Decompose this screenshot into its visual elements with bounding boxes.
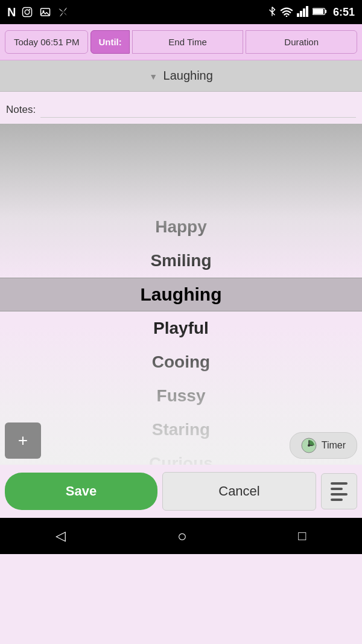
timer-button[interactable]: Timer <box>290 432 357 459</box>
notes-label: Notes: <box>6 104 36 116</box>
selected-mood-bar: Laughing <box>0 60 362 92</box>
svg-rect-11 <box>313 8 323 14</box>
tab-bar: Today 06:51 PM Until: End Time Duration <box>0 24 362 60</box>
mood-item-laughing[interactable]: Laughing <box>0 278 362 311</box>
list-line-1 <box>331 482 348 485</box>
svg-point-5 <box>286 15 288 16</box>
timer-label: Timer <box>322 440 346 451</box>
time-display: 6:51 <box>333 6 355 19</box>
instagram-icon <box>21 5 34 19</box>
mood-item-smiling[interactable]: Smiling <box>0 244 362 278</box>
status-right-icons: 6:51 <box>268 6 355 19</box>
mood-item-playful[interactable]: Playful <box>0 311 362 345</box>
mood-list: Happy Smiling Laughing Playful Cooing Fu… <box>0 124 362 465</box>
n-icon: N <box>7 5 16 19</box>
mood-picker-wrapper: Happy Smiling Laughing Playful Cooing Fu… <box>0 124 362 465</box>
action-bar: Save Cancel <box>0 465 362 518</box>
mood-picker[interactable]: Happy Smiling Laughing Playful Cooing Fu… <box>0 124 362 465</box>
notes-input[interactable] <box>40 101 356 118</box>
svg-rect-9 <box>306 6 308 17</box>
list-icon <box>331 482 348 501</box>
selected-mood-label: Laughing <box>164 69 213 82</box>
nav-bar: ◁ ○ □ <box>0 518 362 554</box>
list-line-4 <box>331 499 343 501</box>
status-bar: N 6:51 <box>0 0 362 24</box>
wifi-icon <box>280 6 293 19</box>
tab-until-button[interactable]: Until: <box>91 30 129 54</box>
add-button[interactable]: + <box>5 422 41 459</box>
notes-section: Notes: <box>0 92 362 124</box>
bluetooth-icon <box>268 6 276 19</box>
mood-item-cooing[interactable]: Cooing <box>0 345 362 379</box>
tab-duration-button[interactable]: Duration <box>246 30 357 54</box>
photo-icon <box>39 5 52 19</box>
cancel-button[interactable]: Cancel <box>162 472 316 511</box>
mood-item-fussy[interactable]: Fussy <box>0 379 362 413</box>
tab-endtime-button[interactable]: End Time <box>132 30 244 54</box>
svg-rect-8 <box>303 8 305 17</box>
svg-rect-12 <box>325 10 327 13</box>
nav-home-icon[interactable]: ○ <box>177 527 187 546</box>
svg-point-1 <box>25 10 30 14</box>
svg-point-2 <box>29 9 30 10</box>
svg-rect-0 <box>23 8 32 17</box>
battery-icon <box>313 7 327 18</box>
status-left-icons: N <box>7 5 70 19</box>
mood-item-happy[interactable]: Happy <box>0 210 362 244</box>
tab-today-button[interactable]: Today 06:51 PM <box>5 30 88 54</box>
nav-back-icon[interactable]: ◁ <box>56 528 66 544</box>
svg-rect-6 <box>297 13 299 17</box>
svg-rect-7 <box>300 11 302 17</box>
timer-icon <box>301 438 317 453</box>
signal-icon <box>297 6 309 19</box>
list-line-2 <box>331 488 343 490</box>
list-line-3 <box>331 493 348 496</box>
save-button[interactable]: Save <box>5 473 157 510</box>
list-view-button[interactable] <box>321 473 357 509</box>
pinwheel-icon <box>57 5 70 19</box>
nav-recents-icon[interactable]: □ <box>298 528 306 544</box>
